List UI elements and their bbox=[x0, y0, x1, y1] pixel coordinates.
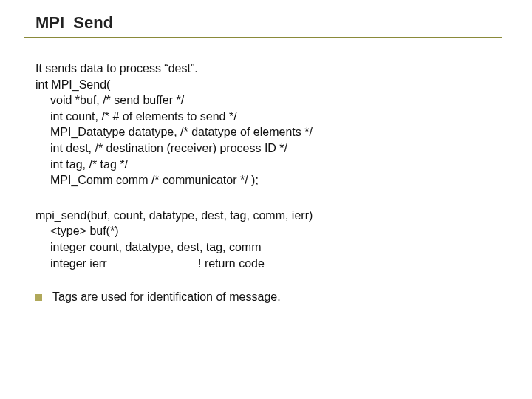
c-signature-block: It sends data to process “dest”. int MPI… bbox=[35, 61, 502, 188]
c-param-4: int dest, /* destination (receiver) proc… bbox=[35, 140, 502, 157]
c-param-6: MPI_Comm comm /* communicator */ ); bbox=[35, 172, 502, 188]
bullet-square-icon bbox=[35, 294, 42, 301]
f-line-1: <type> buf(*) bbox=[35, 223, 502, 239]
slide-title: MPI_Send bbox=[35, 13, 113, 32]
c-param-2: int count, /* # of elements to send */ bbox=[35, 109, 502, 125]
bullet-text: Tags are used for identification of mess… bbox=[52, 290, 281, 304]
c-param-3: MPI_Datatype datatype, /* datatype of el… bbox=[35, 124, 502, 140]
title-bar: MPI_Send bbox=[24, 13, 502, 38]
f-return-comment: ! return code bbox=[198, 257, 265, 270]
intro-line: It sends data to process “dest”. bbox=[35, 61, 502, 77]
c-sig: int MPI_Send( bbox=[35, 77, 502, 93]
f-ierr: integer ierr bbox=[50, 256, 198, 272]
fortran-signature-block: mpi_send(buf, count, datatype, dest, tag… bbox=[35, 208, 502, 271]
f-line-3: integer ierr! return code bbox=[35, 256, 502, 272]
c-param-1: void *buf, /* send buffer */ bbox=[35, 92, 502, 109]
f-sig: mpi_send(buf, count, datatype, dest, tag… bbox=[35, 208, 502, 224]
c-param-5: int tag, /* tag */ bbox=[35, 157, 502, 173]
bullet-item: Tags are used for identification of mess… bbox=[35, 290, 502, 304]
f-line-2: integer count, datatype, dest, tag, comm bbox=[35, 239, 502, 256]
